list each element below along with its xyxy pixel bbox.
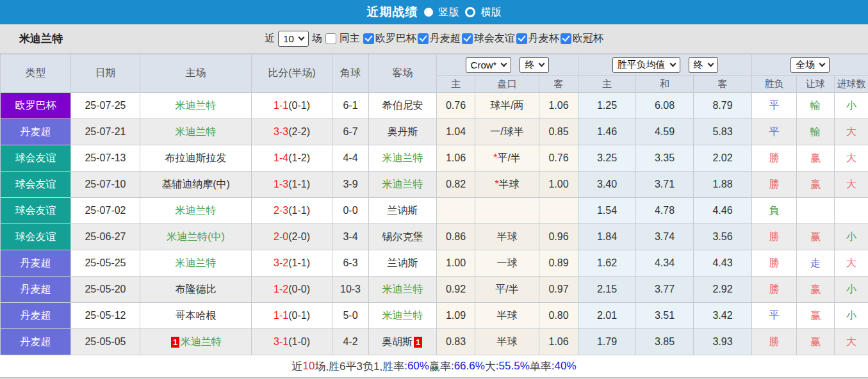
avg-period-select[interactable]: 终 (689, 57, 718, 73)
col-header-away: 客场 (369, 54, 437, 93)
fulltime-score: 1-3 (274, 179, 288, 190)
home-team: 基辅迪纳摩(中) (140, 172, 252, 198)
home-team: 布拉迪斯拉发 (140, 145, 252, 172)
match-date: 25-05-12 (71, 303, 140, 329)
horizontal-layout-label[interactable]: 横版 (481, 6, 502, 19)
avg-metric-select[interactable]: 胜平负均值 (612, 57, 680, 73)
home-team: 米迪兰特 (140, 93, 252, 119)
avg-home-odds: 3.40 (578, 172, 636, 198)
recent-count-value: 10 (283, 33, 294, 44)
vertical-layout-label[interactable]: 竖版 (439, 6, 459, 19)
results-table: 类型 日期 主场 比分(半场) 角球 客场 Crow* 终 (0, 54, 868, 355)
match-date: 25-07-13 (71, 145, 140, 172)
col-header-type: 类型 (1, 54, 71, 93)
home-team-name: 布拉迪斯拉发 (165, 152, 227, 163)
match-date: 25-05-25 (71, 250, 140, 277)
league-checkbox[interactable] (561, 33, 571, 44)
table-row: 丹麦超25-05-20布隆德比1-2(0-0)10-3米迪兰特0.92平/半0.… (1, 277, 868, 303)
avg-away-odds: 2.02 (694, 145, 752, 172)
halftime-score: (0-1) (288, 100, 310, 111)
home-team: 哥本哈根 (140, 303, 252, 329)
odds-home: 1.04 (437, 119, 475, 145)
league-checkbox[interactable] (363, 33, 374, 44)
result-wdl: 平 (752, 303, 797, 329)
result-handicap: 赢 (797, 224, 835, 250)
league-checkbox[interactable] (462, 33, 473, 44)
scope-group-header: 全场 (752, 54, 868, 76)
table-row: 丹麦超25-05-051米迪兰特3-1(1-0)4-2奥胡斯10.83半球1.0… (1, 329, 868, 355)
subheader-odds-away: 客 (539, 76, 578, 93)
odds-company-select[interactable]: Crow* (466, 57, 512, 73)
avg-away-odds: 1.88 (694, 172, 752, 198)
score: 3-3(2-2) (252, 119, 332, 145)
col-header-score: 比分(半场) (252, 54, 332, 93)
result-handicap: 赢 (797, 277, 835, 303)
result-handicap: 赢 (797, 172, 835, 198)
avg-draw-odds: 3.71 (636, 172, 694, 198)
same-home-checkbox[interactable] (325, 33, 336, 44)
table-row: 丹麦超25-05-12哥本哈根1-1(0-1)5-0米迪兰特1.09半球0.80… (1, 303, 868, 329)
handicap: *平/半 (475, 145, 539, 172)
result-wdl: 平 (752, 119, 797, 145)
avg-away-odds: 3.42 (694, 303, 752, 329)
result-wdl: 勝 (752, 172, 797, 198)
away-team: 希伯尼安 (369, 93, 437, 119)
type-badge: 球会友谊 (1, 224, 71, 250)
odds-away: 0.76 (539, 145, 578, 172)
handicap: 半球 (475, 224, 539, 250)
recent-count-select[interactable]: 10 (278, 31, 309, 47)
subheader-goals: 进球数 (835, 76, 868, 93)
summary-segment: :66.6% (451, 360, 485, 373)
result-wdl: 勝 (752, 329, 797, 355)
vertical-layout-radio[interactable] (424, 8, 433, 17)
avg-draw-odds: 6.08 (636, 93, 694, 119)
fulltime-score: 3-1 (274, 336, 288, 347)
corners: 3-4 (332, 224, 369, 250)
league-label: 丹麦超 (430, 32, 461, 45)
result-handicap: 赢 (797, 145, 835, 172)
type-badge: 丹麦超 (1, 277, 71, 303)
summary-segment: 大 (485, 359, 496, 374)
handicap (475, 198, 539, 224)
away-team: 奥胡斯1 (369, 329, 437, 355)
avg-home-odds: 1.79 (578, 329, 636, 355)
away-team-name: 米迪兰特 (382, 310, 423, 321)
handicap-star: * (493, 152, 497, 163)
page-title: 近期战绩 (367, 4, 418, 20)
score: 1-1(0-1) (252, 93, 332, 119)
league-checkbox[interactable] (418, 33, 429, 44)
scope-value: 全场 (796, 59, 815, 71)
odds-away: 1.06 (539, 329, 578, 355)
fulltime-score: 1-4 (274, 152, 288, 163)
horizontal-layout-radio[interactable] (465, 7, 475, 17)
halftime-score: (0-1) (288, 310, 310, 321)
score: 1-4(1-2) (252, 145, 332, 172)
away-team: 米迪兰特 (369, 172, 437, 198)
away-team: 兰讷斯 (369, 250, 437, 277)
odds-group-header: Crow* 终 (437, 54, 578, 76)
score: 2-0(2-0) (252, 224, 332, 250)
scope-select[interactable]: 全场 (790, 57, 830, 73)
odds-away (539, 198, 578, 224)
summary-segment: 近 (291, 359, 302, 374)
fulltime-score: 3-2 (274, 257, 288, 268)
chevron-down-icon (501, 60, 507, 67)
odds-home: 0.76 (437, 93, 475, 119)
type-badge: 丹麦超 (1, 119, 71, 145)
league-label: 丹麦杯 (528, 32, 559, 45)
halftime-score: (2-0) (288, 231, 310, 242)
avg-draw-odds: 3.51 (636, 303, 694, 329)
type-badge: 欧罗巴杯 (1, 93, 71, 119)
fulltime-score: 3-3 (274, 126, 288, 137)
odds-away: 0.97 (539, 277, 578, 303)
avg-home-odds: 1.46 (578, 119, 636, 145)
halftime-score: (1-1) (288, 179, 310, 190)
away-team-name: 奥丹斯 (388, 126, 418, 137)
league-checkbox[interactable] (516, 33, 527, 44)
odds-period-select[interactable]: 终 (520, 57, 549, 73)
halftime-score: (1-2) (288, 152, 310, 163)
away-team-name: 兰讷斯 (388, 257, 418, 268)
type-badge: 丹麦超 (1, 303, 71, 329)
home-team: 1米迪兰特 (140, 329, 252, 355)
summary-segment: 10 (302, 360, 315, 373)
